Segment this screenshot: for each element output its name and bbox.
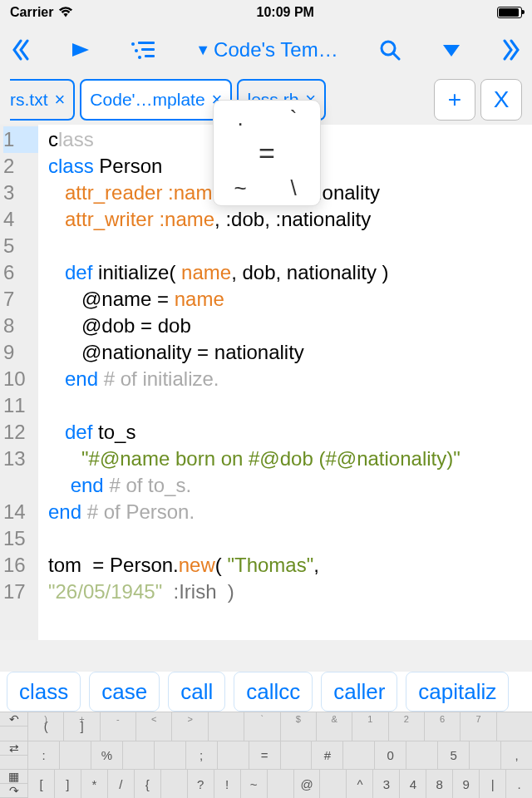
suggestion[interactable]: callcc: [234, 672, 313, 712]
kbd-key[interactable]: [209, 712, 244, 741]
kbd-key[interactable]: [343, 741, 375, 770]
status-bar: Carrier 10:09 PM: [0, 0, 532, 25]
kbd-key[interactable]: [123, 741, 155, 770]
tab-1[interactable]: Code'…mplate ×: [80, 79, 232, 121]
tab-0[interactable]: rs.txt ×: [10, 79, 75, 121]
battery-icon: [497, 7, 522, 18]
suggestion[interactable]: case: [89, 672, 160, 712]
kbd-key[interactable]: +]: [64, 712, 100, 741]
kbd-key[interactable]: %: [91, 741, 123, 770]
kbd-key[interactable]: :: [28, 741, 60, 770]
kbd-key[interactable]: [: [28, 770, 55, 798]
kbd-key[interactable]: [60, 741, 91, 770]
play-button[interactable]: [71, 42, 91, 58]
kbd-key[interactable]: |: [480, 770, 506, 798]
popup-backtick[interactable]: `: [267, 101, 320, 135]
kbd-key[interactable]: =: [249, 741, 281, 770]
title-dropdown[interactable]: ▼ Code's Tem…: [195, 38, 337, 62]
line-gutter: 1 234 567 8910 111213 1415 1617: [0, 125, 38, 640]
kbd-key[interactable]: ;: [186, 741, 218, 770]
kbd-key[interactable]: ?: [188, 770, 214, 798]
document-title: Code's Tem…: [214, 38, 338, 62]
kbd-key[interactable]: ~: [241, 770, 268, 798]
kbd-key[interactable]: [155, 741, 186, 770]
suggestion[interactable]: class: [7, 672, 81, 712]
search-button[interactable]: [379, 39, 401, 61]
close-all-button[interactable]: X: [480, 79, 522, 121]
list-icon: [131, 41, 155, 59]
kbd-key[interactable]: {: [135, 770, 161, 798]
kbd-key[interactable]: 6: [425, 712, 461, 741]
kbd-key[interactable]: 7: [461, 712, 496, 741]
kbd-key[interactable]: $: [281, 712, 317, 741]
kbd-key[interactable]: ]: [55, 770, 81, 798]
kbd-key[interactable]: #: [312, 741, 343, 770]
kbd-key[interactable]: [320, 770, 347, 798]
kbd-key[interactable]: [218, 741, 249, 770]
kbd-key[interactable]: 2: [389, 712, 425, 741]
dropdown-button[interactable]: [441, 42, 461, 58]
kbd-key[interactable]: [470, 741, 501, 770]
kbd-key[interactable]: 5: [438, 741, 470, 770]
kbd-key[interactable]: >: [172, 712, 208, 741]
kbd-key[interactable]: ^: [347, 770, 373, 798]
kbd-key[interactable]: [406, 741, 438, 770]
wifi-icon: [58, 7, 73, 18]
kbd-key[interactable]: 0: [375, 741, 406, 770]
kbd-key[interactable]: <: [136, 712, 172, 741]
kbd-key[interactable]: 9: [453, 770, 480, 798]
kbd-side-icon[interactable]: ▦: [0, 770, 27, 784]
kbd-side-icon[interactable]: ↶: [0, 712, 27, 727]
kbd-key[interactable]: [268, 770, 294, 798]
kbd-key[interactable]: /: [108, 770, 135, 798]
carrier-label: Carrier: [10, 5, 53, 20]
suggestion[interactable]: capitaliz: [406, 672, 509, 712]
suggestion[interactable]: caller: [321, 672, 397, 712]
toolbar: ▼ Code's Tem…: [0, 25, 532, 75]
popup-tilde[interactable]: ~: [214, 170, 267, 205]
close-icon[interactable]: ×: [55, 89, 66, 111]
kbd-side-icon[interactable]: ↷: [0, 784, 27, 798]
kbd-side-icon[interactable]: ⇄: [0, 741, 27, 756]
kbd-key[interactable]: -: [101, 712, 136, 741]
kbd-key[interactable]: `: [244, 712, 280, 741]
kbd-key[interactable]: 3: [373, 770, 400, 798]
popup-dot[interactable]: .: [214, 101, 267, 135]
popup-equals[interactable]: =: [214, 135, 320, 170]
kbd-key[interactable]: &: [317, 712, 352, 741]
back-button[interactable]: [12, 39, 30, 61]
kbd-key[interactable]: 1: [352, 712, 388, 741]
tab-label: Code'…mplate: [90, 90, 204, 110]
kbd-key[interactable]: .: [506, 770, 532, 798]
suggestion[interactable]: call: [168, 672, 225, 712]
kbd-key[interactable]: 8: [426, 770, 453, 798]
add-tab-button[interactable]: +: [434, 79, 475, 121]
kbd-key[interactable]: [497, 712, 532, 741]
clock: 10:09 PM: [257, 5, 314, 20]
tab-label: rs.txt: [10, 90, 48, 110]
suggestion-bar: class case call callcc caller capitaliz: [0, 672, 532, 712]
forward-button[interactable]: [502, 39, 520, 61]
symbol-popup[interactable]: . ` = ~ \: [213, 100, 321, 206]
kbd-key[interactable]: !: [214, 770, 241, 798]
kbd-key[interactable]: )(: [28, 712, 64, 741]
kbd-key[interactable]: @: [294, 770, 321, 798]
chevron-down-icon: ▼: [195, 42, 210, 59]
popup-backslash[interactable]: \: [267, 170, 320, 205]
list-button[interactable]: [131, 41, 155, 59]
kbd-key[interactable]: [281, 741, 313, 770]
kbd-key[interactable]: ,: [501, 741, 532, 770]
kbd-key[interactable]: [161, 770, 188, 798]
kbd-key[interactable]: 4: [400, 770, 426, 798]
kbd-key[interactable]: *: [81, 770, 108, 798]
keyboard[interactable]: ↶)(+]-<>`$&1267 ⇄:%;=#05, ▦↷[]*/{?!~@^34…: [0, 712, 532, 798]
